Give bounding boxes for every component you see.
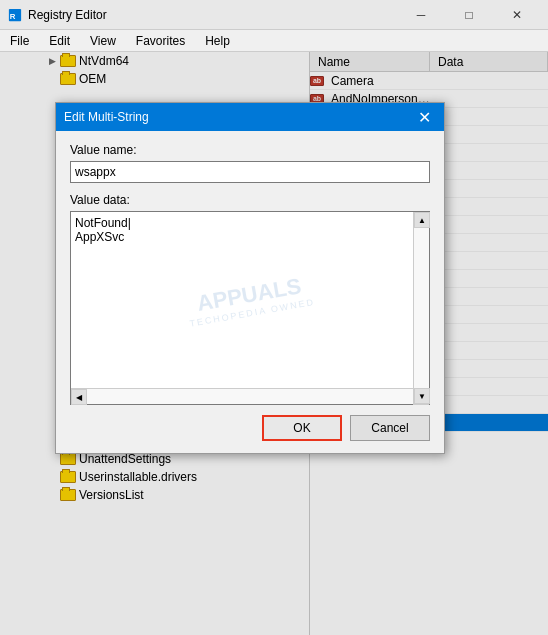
menu-view[interactable]: View (80, 30, 126, 51)
scrollbar-track[interactable] (414, 228, 429, 388)
value-name-label: Value name: (70, 143, 430, 157)
ok-button[interactable]: OK (262, 415, 342, 441)
hscrollbar-left-arrow[interactable]: ◀ (71, 389, 87, 405)
menu-favorites[interactable]: Favorites (126, 30, 195, 51)
scrollbar-up-arrow[interactable]: ▲ (414, 212, 430, 228)
edit-multistring-dialog: Edit Multi-String ✕ Value name: Value da… (55, 102, 445, 454)
maximize-button[interactable]: □ (446, 0, 492, 30)
dialog-overlay: Edit Multi-String ✕ Value name: Value da… (0, 52, 548, 635)
scrollbar-down-arrow[interactable]: ▼ (414, 388, 430, 404)
textarea-hscrollbar: ◀ ▶ (71, 388, 429, 404)
main-area: ▶ NtVdm64 OEM Superfetch (0, 52, 548, 635)
window-controls: ─ □ ✕ (398, 0, 540, 30)
title-bar: R Registry Editor ─ □ ✕ (0, 0, 548, 30)
app-icon: R (8, 8, 22, 22)
dialog-body: Value name: Value data: NotFound| AppXSv… (56, 131, 444, 453)
menu-help[interactable]: Help (195, 30, 240, 51)
value-data-container: NotFound| AppXSvc APPUALS TECHOPEDIA OWN… (70, 211, 430, 405)
menu-edit[interactable]: Edit (39, 30, 80, 51)
dialog-buttons: OK Cancel (70, 415, 430, 441)
dialog-title-bar: Edit Multi-String ✕ (56, 103, 444, 131)
minimize-button[interactable]: ─ (398, 0, 444, 30)
menu-file[interactable]: File (0, 30, 39, 51)
menu-bar: File Edit View Favorites Help (0, 30, 548, 52)
app-title: Registry Editor (28, 8, 107, 22)
svg-text:R: R (10, 11, 16, 20)
cancel-button[interactable]: Cancel (350, 415, 430, 441)
value-data-textarea[interactable]: NotFound| AppXSvc (71, 212, 429, 372)
value-name-input[interactable] (70, 161, 430, 183)
hscrollbar-track[interactable] (87, 389, 413, 404)
dialog-title: Edit Multi-String (64, 110, 412, 124)
value-data-label: Value data: (70, 193, 430, 207)
textarea-vscrollbar: ▲ ▼ (413, 212, 429, 404)
dialog-close-button[interactable]: ✕ (412, 105, 436, 129)
close-button[interactable]: ✕ (494, 0, 540, 30)
